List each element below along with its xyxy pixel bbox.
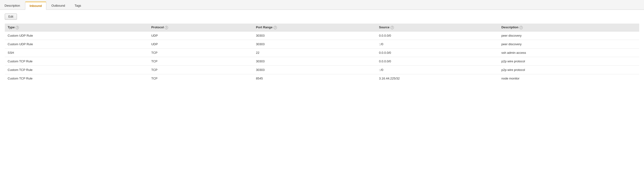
cell-source: ::/0	[376, 40, 499, 48]
cell-type: Custom TCP Rule	[5, 65, 148, 74]
cell-type: Custom UDP Rule	[5, 40, 148, 48]
info-icon-protocol[interactable]: i	[165, 26, 168, 29]
table-body: Custom UDP RuleUDP303030.0.0.0/0peer dis…	[5, 31, 639, 83]
edit-button[interactable]: Edit	[5, 13, 17, 20]
table-row: Custom UDP RuleUDP303030.0.0.0/0peer dis…	[5, 31, 639, 40]
cell-source: ::/0	[376, 65, 499, 74]
cell-protocol: TCP	[148, 57, 253, 65]
col-header-description: Descriptioni	[498, 23, 639, 31]
cell-source: 0.0.0.0/0	[376, 57, 499, 65]
table-row: Custom TCP RuleTCP30303::/0p2p wire prot…	[5, 65, 639, 74]
inbound-rules-table: TypeiProtocoliPort RangeiSourceiDescript…	[5, 23, 639, 83]
tab-description[interactable]: Description	[0, 2, 24, 10]
cell-type: Custom TCP Rule	[5, 57, 148, 65]
cell-type: SSH	[5, 48, 148, 57]
cell-description: peer discovery	[498, 40, 639, 48]
col-label-port_range: Port Range	[256, 25, 272, 29]
table-header: TypeiProtocoliPort RangeiSourceiDescript…	[5, 23, 639, 31]
col-label-source: Source	[379, 25, 390, 29]
cell-port_range: 30303	[253, 31, 376, 40]
col-label-protocol: Protocol	[151, 25, 164, 29]
col-label-type: Type	[8, 25, 14, 29]
cell-protocol: TCP	[148, 48, 253, 57]
cell-description: p2p wire protocol	[498, 65, 639, 74]
cell-protocol: UDP	[148, 40, 253, 48]
col-header-type: Typei	[5, 23, 148, 31]
cell-type: Custom TCP Rule	[5, 74, 148, 83]
cell-protocol: UDP	[148, 31, 253, 40]
content-area: Edit TypeiProtocoliPort RangeiSourceiDes…	[0, 10, 644, 86]
cell-description: peer discovery	[498, 31, 639, 40]
cell-description: ssh admin access	[498, 48, 639, 57]
cell-port_range: 30303	[253, 57, 376, 65]
cell-port_range: 8545	[253, 74, 376, 83]
cell-description: node monitor	[498, 74, 639, 83]
tab-outbound[interactable]: Outbound	[47, 2, 70, 10]
cell-type: Custom UDP Rule	[5, 31, 148, 40]
cell-protocol: TCP	[148, 74, 253, 83]
table-row: SSHTCP220.0.0.0/0ssh admin access	[5, 48, 639, 57]
info-icon-source[interactable]: i	[390, 26, 394, 29]
cell-description: p2p wire protocol	[498, 57, 639, 65]
tab-inbound[interactable]: Inbound	[25, 2, 46, 10]
cell-port_range: 22	[253, 48, 376, 57]
cell-protocol: TCP	[148, 65, 253, 74]
info-icon-type[interactable]: i	[16, 26, 19, 29]
table-row: Custom TCP RuleTCP85453.16.44.225/32node…	[5, 74, 639, 83]
table-header-row: TypeiProtocoliPort RangeiSourceiDescript…	[5, 23, 639, 31]
table-row: Custom TCP RuleTCP303030.0.0.0/0p2p wire…	[5, 57, 639, 65]
cell-port_range: 30303	[253, 40, 376, 48]
info-icon-description[interactable]: i	[520, 26, 523, 29]
cell-port_range: 30303	[253, 65, 376, 74]
col-header-port_range: Port Rangei	[253, 23, 376, 31]
cell-source: 3.16.44.225/32	[376, 74, 499, 83]
col-header-protocol: Protocoli	[148, 23, 253, 31]
cell-source: 0.0.0.0/0	[376, 31, 499, 40]
info-icon-port_range[interactable]: i	[274, 26, 277, 29]
table-row: Custom UDP RuleUDP30303::/0peer discover…	[5, 40, 639, 48]
tab-tags[interactable]: Tags	[70, 2, 86, 10]
cell-source: 0.0.0.0/0	[376, 48, 499, 57]
tabs-bar: DescriptionInboundOutboundTags	[0, 0, 644, 10]
col-label-description: Description	[501, 25, 518, 29]
col-header-source: Sourcei	[376, 23, 499, 31]
